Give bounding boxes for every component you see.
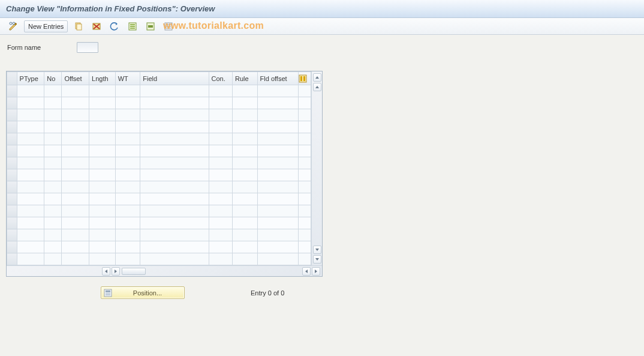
grid-cell[interactable] bbox=[17, 193, 44, 205]
grid-cell[interactable] bbox=[44, 133, 62, 145]
row-selector-cell[interactable] bbox=[7, 181, 17, 193]
grid-cell[interactable] bbox=[115, 193, 140, 205]
grid-cell[interactable] bbox=[89, 133, 116, 145]
row-selector-cell[interactable] bbox=[7, 229, 17, 241]
col-header[interactable]: No bbox=[44, 72, 62, 85]
grid-cell[interactable] bbox=[233, 205, 258, 217]
row-selector-cell[interactable] bbox=[7, 193, 17, 205]
col-header[interactable]: Con. bbox=[209, 72, 232, 85]
configure-columns-button[interactable] bbox=[299, 72, 311, 85]
grid-cell[interactable] bbox=[257, 205, 299, 217]
grid-cell[interactable] bbox=[257, 85, 299, 97]
grid-cell[interactable] bbox=[299, 241, 311, 253]
grid-cell[interactable] bbox=[89, 241, 116, 253]
grid-cell[interactable] bbox=[140, 97, 209, 109]
grid-cell[interactable] bbox=[209, 193, 232, 205]
table-row[interactable] bbox=[7, 145, 311, 157]
row-selector-cell[interactable] bbox=[7, 133, 17, 145]
grid-cell[interactable] bbox=[209, 205, 232, 217]
grid-cell[interactable] bbox=[209, 253, 232, 265]
select-all-button[interactable] bbox=[125, 20, 140, 32]
grid-cell[interactable] bbox=[140, 229, 209, 241]
grid-cell[interactable] bbox=[209, 121, 232, 133]
horizontal-scrollbar[interactable] bbox=[7, 265, 322, 276]
grid-cell[interactable] bbox=[299, 205, 311, 217]
table-row[interactable] bbox=[7, 217, 311, 229]
row-selector-cell[interactable] bbox=[7, 241, 17, 253]
grid-cell[interactable] bbox=[257, 181, 299, 193]
copy-button[interactable] bbox=[71, 20, 86, 32]
grid-cell[interactable] bbox=[209, 181, 232, 193]
row-selector-cell[interactable] bbox=[7, 157, 17, 169]
grid-cell[interactable] bbox=[62, 145, 89, 157]
grid-cell[interactable] bbox=[115, 85, 140, 97]
col-header[interactable]: Field bbox=[140, 72, 209, 85]
grid-cell[interactable] bbox=[299, 97, 311, 109]
grid-cell[interactable] bbox=[62, 169, 89, 181]
grid-cell[interactable] bbox=[115, 205, 140, 217]
grid-cell[interactable] bbox=[62, 229, 89, 241]
grid-cell[interactable] bbox=[233, 97, 258, 109]
grid-cell[interactable] bbox=[233, 145, 258, 157]
grid-cell[interactable] bbox=[140, 253, 209, 265]
table-row[interactable] bbox=[7, 253, 311, 265]
grid-cell[interactable] bbox=[115, 157, 140, 169]
row-selector-cell[interactable] bbox=[7, 253, 17, 265]
grid-cell[interactable] bbox=[62, 241, 89, 253]
grid-cell[interactable] bbox=[140, 181, 209, 193]
grid-cell[interactable] bbox=[89, 145, 116, 157]
vertical-scrollbar[interactable] bbox=[311, 71, 322, 265]
grid-cell[interactable] bbox=[209, 109, 232, 121]
grid-cell[interactable] bbox=[233, 217, 258, 229]
grid-cell[interactable] bbox=[89, 193, 116, 205]
grid-cell[interactable] bbox=[17, 229, 44, 241]
grid-cell[interactable] bbox=[209, 229, 232, 241]
grid-cell[interactable] bbox=[115, 133, 140, 145]
grid-cell[interactable] bbox=[299, 157, 311, 169]
col-header[interactable]: Offset bbox=[62, 72, 89, 85]
col-header[interactable]: Rule bbox=[233, 72, 258, 85]
grid-cell[interactable] bbox=[17, 241, 44, 253]
row-selector-cell[interactable] bbox=[7, 97, 17, 109]
grid-cell[interactable] bbox=[140, 133, 209, 145]
grid-cell[interactable] bbox=[17, 145, 44, 157]
col-header[interactable]: PType bbox=[17, 72, 44, 85]
grid-cell[interactable] bbox=[140, 169, 209, 181]
grid-cell[interactable] bbox=[89, 157, 116, 169]
grid-cell[interactable] bbox=[299, 253, 311, 265]
grid-cell[interactable] bbox=[44, 205, 62, 217]
row-selector-cell[interactable] bbox=[7, 85, 17, 97]
grid-cell[interactable] bbox=[140, 217, 209, 229]
col-header[interactable]: WT bbox=[115, 72, 140, 85]
table-row[interactable] bbox=[7, 241, 311, 253]
grid-cell[interactable] bbox=[209, 241, 232, 253]
grid-cell[interactable] bbox=[233, 133, 258, 145]
grid-cell[interactable] bbox=[233, 157, 258, 169]
grid-cell[interactable] bbox=[233, 109, 258, 121]
grid-cell[interactable] bbox=[257, 217, 299, 229]
grid-cell[interactable] bbox=[233, 85, 258, 97]
grid-cell[interactable] bbox=[257, 241, 299, 253]
grid-cell[interactable] bbox=[299, 181, 311, 193]
row-selector-cell[interactable] bbox=[7, 121, 17, 133]
grid-cell[interactable] bbox=[299, 169, 311, 181]
table-row[interactable] bbox=[7, 229, 311, 241]
grid-cell[interactable] bbox=[140, 157, 209, 169]
grid-cell[interactable] bbox=[89, 121, 116, 133]
grid-cell[interactable] bbox=[233, 121, 258, 133]
grid-cell[interactable] bbox=[257, 253, 299, 265]
toggle-edit-button[interactable] bbox=[6, 20, 20, 32]
grid-cell[interactable] bbox=[209, 133, 232, 145]
grid-cell[interactable] bbox=[89, 181, 116, 193]
grid-cell[interactable] bbox=[115, 169, 140, 181]
table-row[interactable] bbox=[7, 121, 311, 133]
row-selector-cell[interactable] bbox=[7, 169, 17, 181]
row-selector-cell[interactable] bbox=[7, 109, 17, 121]
grid-cell[interactable] bbox=[62, 181, 89, 193]
scroll-right-step-button[interactable] bbox=[112, 267, 120, 276]
grid-cell[interactable] bbox=[257, 133, 299, 145]
grid-cell[interactable] bbox=[17, 109, 44, 121]
grid-cell[interactable] bbox=[115, 217, 140, 229]
grid-cell[interactable] bbox=[209, 97, 232, 109]
position-button[interactable]: Position... bbox=[101, 286, 185, 299]
